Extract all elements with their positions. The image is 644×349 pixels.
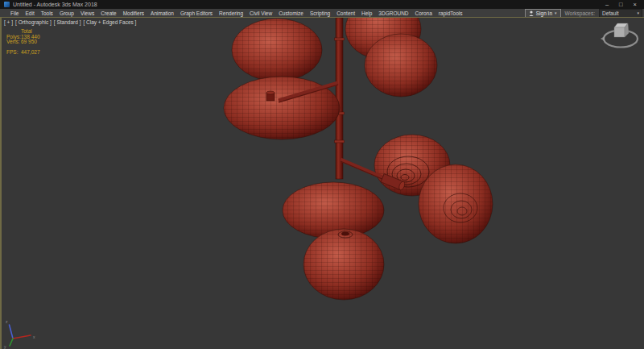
- menu-corona[interactable]: Corona: [412, 10, 436, 16]
- menubar: File Edit Tools Group Views Create Modif…: [0, 9, 644, 17]
- menu-graph-editors[interactable]: Graph Editors: [177, 10, 216, 16]
- stats-fps-value: 447,027: [21, 50, 40, 56]
- menu-help[interactable]: Help: [358, 10, 375, 16]
- menu-rapidtools[interactable]: rapidTools: [436, 10, 466, 16]
- app-icon: [4, 2, 10, 7]
- window-controls: – □ ×: [605, 2, 641, 8]
- viewport[interactable]: x z y [ + ] [ Orthographic ] [ Standard …: [0, 17, 644, 349]
- axis-y-label: y: [4, 344, 6, 349]
- chevron-down-icon: ▾: [637, 10, 639, 15]
- world-axis-gizmo: x z y: [4, 319, 35, 349]
- workspaces-label: Workspaces:: [565, 10, 595, 16]
- menu-civil-view[interactable]: Civil View: [246, 10, 275, 16]
- viewport-label: [ + ] [ Orthographic ] [ Standard ] [ Cl…: [4, 19, 136, 25]
- minimize-button[interactable]: –: [605, 2, 609, 8]
- menu-modifiers[interactable]: Modifiers: [120, 10, 147, 16]
- stats-fps-label: FPS:: [6, 50, 21, 56]
- sphere-bottom[interactable]: [303, 229, 384, 300]
- menubar-right-cluster: Sign In ▾ Workspaces: Default ▾: [525, 9, 644, 18]
- sign-in-label: Sign In: [536, 10, 552, 16]
- 3ds-max-window: Untitled - Autodesk 3ds Max 2018 – □ × F…: [0, 0, 644, 17]
- user-icon: [529, 10, 534, 16]
- close-button[interactable]: ×: [634, 2, 637, 8]
- viewport-statistics: Total Polys: 138 440 Verts: 69 950 FPS: …: [6, 29, 40, 55]
- viewport-canvas[interactable]: x z y: [2, 18, 644, 349]
- workspace-select[interactable]: Default ▾: [599, 9, 642, 18]
- viewcube-arrow-icon[interactable]: [601, 36, 605, 41]
- sign-in-button[interactable]: Sign In ▾: [525, 9, 561, 18]
- menu-create[interactable]: Create: [97, 10, 120, 16]
- stats-verts-value: 69 950: [21, 39, 40, 45]
- viewport-renderer-menu[interactable]: [ Standard ]: [54, 19, 81, 25]
- menu-edit[interactable]: Edit: [22, 10, 37, 16]
- chevron-down-icon: ▾: [555, 10, 557, 15]
- maximize-button[interactable]: □: [619, 2, 623, 8]
- viewcube[interactable]: [601, 23, 638, 48]
- menu-content[interactable]: Content: [333, 10, 358, 16]
- workspace-value: Default: [602, 10, 619, 16]
- menu-scripting[interactable]: Scripting: [307, 10, 333, 16]
- sphere-right[interactable]: [419, 164, 493, 243]
- stats-verts-label: Verts:: [6, 39, 21, 45]
- axis-z-label: z: [6, 319, 8, 324]
- viewport-general-menu[interactable]: [ + ]: [4, 19, 13, 25]
- menu-3dground[interactable]: 3DGROUND: [375, 10, 411, 16]
- menu-views[interactable]: Views: [77, 10, 97, 16]
- menu-file[interactable]: File: [7, 10, 22, 16]
- menu-tools[interactable]: Tools: [38, 10, 56, 16]
- viewport-pov-menu[interactable]: [ Orthographic ]: [15, 19, 52, 25]
- sphere-upper-right[interactable]: [365, 34, 437, 97]
- titlebar: Untitled - Autodesk 3ds Max 2018 – □ ×: [0, 0, 644, 9]
- window-title: Untitled - Autodesk 3ds Max 2018: [13, 0, 97, 9]
- sphere-top-left[interactable]: [232, 19, 322, 81]
- menu-customize[interactable]: Customize: [275, 10, 307, 16]
- menu-animation[interactable]: Animation: [147, 10, 177, 16]
- menu-group[interactable]: Group: [56, 10, 77, 16]
- axis-x-label: x: [33, 334, 35, 339]
- menu-rendering[interactable]: Rendering: [216, 10, 246, 16]
- viewport-shading-menu[interactable]: [ Clay + Edged Faces ]: [83, 19, 136, 25]
